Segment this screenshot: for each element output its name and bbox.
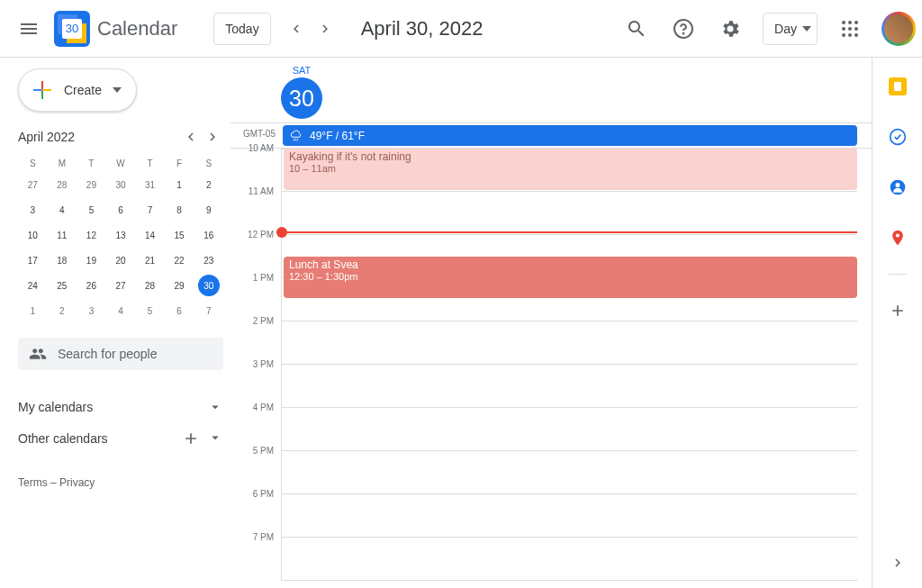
search-button[interactable] <box>615 7 658 50</box>
view-selector[interactable]: Day <box>763 13 818 45</box>
svg-point-13 <box>890 130 905 145</box>
mini-day-cell[interactable]: 14 <box>140 224 161 246</box>
hour-slot[interactable] <box>282 538 857 581</box>
mini-next-month[interactable] <box>202 126 223 148</box>
events-column[interactable]: Kayaking if it's not raining 10 – 11am L… <box>281 149 857 581</box>
mini-day-cell[interactable]: 6 <box>168 300 190 321</box>
prev-day-button[interactable] <box>282 14 311 43</box>
chevron-down-icon <box>113 87 122 93</box>
mini-day-cell[interactable]: 1 <box>22 300 43 321</box>
settings-button[interactable] <box>709 7 752 50</box>
today-button[interactable]: Today <box>213 13 270 45</box>
mini-day-cell[interactable]: 2 <box>198 174 220 195</box>
mini-day-cell[interactable]: 25 <box>51 275 73 296</box>
mini-day-cell[interactable]: 26 <box>80 275 102 296</box>
mini-prev-month[interactable] <box>180 126 202 148</box>
mini-day-cell[interactable]: 23 <box>198 249 220 271</box>
hour-slot[interactable] <box>282 365 857 408</box>
mini-day-cell[interactable]: 22 <box>168 249 190 271</box>
mini-day-cell[interactable]: 8 <box>168 199 190 221</box>
mini-day-cell[interactable]: 11 <box>51 224 73 246</box>
mini-day-cell[interactable]: 16 <box>198 224 220 246</box>
time-label: 11 AM <box>230 186 281 230</box>
mini-day-cell[interactable]: 17 <box>22 249 43 271</box>
mini-day-cell[interactable]: 4 <box>51 199 73 221</box>
mini-day-cell[interactable]: 28 <box>140 275 161 296</box>
add-calendar-icon[interactable] <box>182 430 200 448</box>
mini-dow-label: T <box>135 155 165 172</box>
mini-day-cell[interactable]: 13 <box>110 224 131 246</box>
weather-event[interactable]: 49°F / 61°F <box>283 125 857 146</box>
other-calendars-toggle[interactable]: Other calendars <box>18 422 223 455</box>
mini-day-cell[interactable]: 12 <box>80 224 102 246</box>
people-icon <box>29 345 47 363</box>
hide-side-panel-button[interactable] <box>880 545 916 581</box>
time-label: 1 PM <box>230 273 281 316</box>
mini-day-cell[interactable]: 29 <box>168 275 190 296</box>
mini-day-cell[interactable]: 18 <box>51 249 73 271</box>
mini-day-cell[interactable]: 10 <box>22 224 43 246</box>
mini-day-cell[interactable]: 24 <box>22 275 43 296</box>
svg-point-1 <box>683 32 684 33</box>
mini-dow-label: T <box>77 155 106 172</box>
google-apps-button[interactable] <box>828 7 872 50</box>
event-lunch[interactable]: Lunch at Svea 12:30 – 1:30pm <box>284 257 857 298</box>
terms-link[interactable]: Terms <box>18 476 48 489</box>
hour-slot[interactable] <box>282 192 857 235</box>
mini-day-cell[interactable]: 9 <box>198 199 220 221</box>
chevron-down-icon <box>207 399 223 415</box>
svg-point-4 <box>854 21 858 24</box>
help-button[interactable] <box>662 7 705 50</box>
next-day-button[interactable] <box>311 14 339 43</box>
hour-slot[interactable] <box>282 408 857 451</box>
add-addon-button[interactable] <box>880 293 916 329</box>
mini-day-cell[interactable]: 31 <box>140 174 161 195</box>
mini-dow-label: S <box>194 155 223 172</box>
my-calendars-toggle[interactable]: My calendars <box>18 392 223 422</box>
mini-day-cell[interactable]: 19 <box>80 249 102 271</box>
event-kayaking[interactable]: Kayaking if it's not raining 10 – 11am <box>284 149 857 190</box>
mini-day-cell[interactable]: 30 <box>198 275 220 296</box>
mini-day-cell[interactable]: 5 <box>80 199 102 221</box>
mini-dow-label: W <box>106 155 136 172</box>
mini-day-cell[interactable]: 27 <box>22 174 43 195</box>
keep-app-icon[interactable] <box>880 68 916 104</box>
mini-day-cell[interactable]: 1 <box>168 174 190 195</box>
chevron-down-icon <box>207 430 223 446</box>
mini-day-cell[interactable]: 29 <box>80 174 102 195</box>
hour-slot[interactable] <box>282 451 857 494</box>
mini-day-cell[interactable]: 2 <box>51 300 73 321</box>
time-label: 10 AM <box>230 143 281 186</box>
mini-day-cell[interactable]: 30 <box>110 174 131 195</box>
logo[interactable]: 30 Calendar <box>54 11 177 47</box>
account-avatar[interactable] <box>882 13 915 45</box>
main-menu-button[interactable] <box>7 7 50 50</box>
time-label: 3 PM <box>230 359 281 403</box>
svg-point-9 <box>848 33 852 37</box>
mini-day-cell[interactable]: 28 <box>51 174 73 195</box>
mini-day-cell[interactable]: 5 <box>140 300 161 321</box>
privacy-link[interactable]: Privacy <box>59 476 95 489</box>
maps-app-icon[interactable] <box>880 220 916 256</box>
search-people-input[interactable]: Search for people <box>18 338 223 370</box>
svg-point-5 <box>842 27 845 31</box>
mini-day-cell[interactable]: 7 <box>140 199 161 221</box>
mini-day-cell[interactable]: 15 <box>168 224 190 246</box>
contacts-app-icon[interactable] <box>880 169 916 205</box>
mini-dow-label: F <box>165 155 194 172</box>
day-number[interactable]: 30 <box>281 77 322 119</box>
mini-day-cell[interactable]: 27 <box>110 275 131 296</box>
mini-day-cell[interactable]: 21 <box>140 249 161 271</box>
hour-slot[interactable] <box>282 494 857 538</box>
mini-day-cell[interactable]: 6 <box>110 199 131 221</box>
create-button[interactable]: Create <box>18 68 137 112</box>
mini-day-cell[interactable]: 3 <box>80 300 102 321</box>
mini-month-label: April 2022 <box>18 130 75 144</box>
hour-slot[interactable] <box>282 321 857 365</box>
mini-day-cell[interactable]: 4 <box>110 300 131 321</box>
svg-point-7 <box>854 27 858 31</box>
mini-day-cell[interactable]: 20 <box>110 249 131 271</box>
tasks-app-icon[interactable] <box>880 119 916 155</box>
mini-day-cell[interactable]: 7 <box>198 300 220 321</box>
mini-day-cell[interactable]: 3 <box>22 199 43 221</box>
